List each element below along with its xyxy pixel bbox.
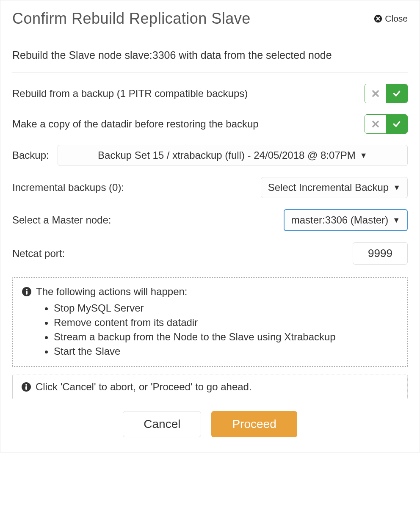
actions-header: The following actions will happen: — [22, 286, 398, 298]
button-row: Cancel Proceed — [12, 411, 408, 453]
modal-title: Confirm Rebuild Replication Slave — [12, 10, 251, 28]
close-label: Close — [385, 14, 408, 24]
chevron-down-icon: ▼ — [393, 183, 401, 192]
toggle-on-button[interactable] — [386, 84, 407, 103]
master-row: Select a Master node: master:3306 (Maste… — [12, 209, 408, 231]
cancel-button[interactable]: Cancel — [123, 411, 201, 437]
incremental-row: Incremental backups (0): Select Incremen… — [12, 177, 408, 198]
action-item: Remove content from its datadir — [54, 315, 398, 330]
backup-select[interactable]: Backup Set 15 / xtrabackup (full) - 24/0… — [58, 145, 408, 166]
actions-info-box: The following actions will happen: Stop … — [12, 277, 408, 367]
rebuild-from-backup-toggle[interactable] — [365, 84, 408, 103]
svg-rect-3 — [26, 291, 28, 295]
toggle-off-button[interactable] — [365, 115, 386, 133]
incremental-select[interactable]: Select Incremental Backup ▼ — [261, 177, 408, 198]
intro-text: Rebuild the Slave node slave:3306 with d… — [12, 49, 408, 73]
rebuild-from-backup-row: Rebuild from a backup (1 PITR compatible… — [12, 84, 408, 103]
check-icon — [392, 120, 401, 128]
svg-point-2 — [26, 289, 28, 290]
make-copy-toggle[interactable] — [365, 114, 408, 134]
make-copy-label: Make a copy of the datadir before restor… — [12, 118, 259, 130]
modal-body: Rebuild the Slave node slave:3306 with d… — [0, 37, 420, 453]
x-icon — [372, 90, 379, 97]
incremental-label: Incremental backups (0): — [12, 182, 124, 193]
rebuild-from-backup-label: Rebuild from a backup (1 PITR compatible… — [12, 88, 248, 99]
toggle-off-button[interactable] — [365, 84, 386, 103]
close-button[interactable]: Close — [374, 14, 408, 24]
chevron-down-icon: ▼ — [360, 151, 368, 160]
hint-text: Click 'Cancel' to abort, or 'Proceed' to… — [36, 381, 252, 393]
incremental-selected-value: Select Incremental Backup — [268, 182, 389, 193]
toggle-on-button[interactable] — [386, 115, 407, 133]
action-item: Stop MySQL Server — [54, 301, 398, 315]
close-icon — [374, 14, 382, 23]
modal-header: Confirm Rebuild Replication Slave Close — [0, 0, 420, 37]
info-icon — [21, 382, 31, 392]
rebuild-slave-modal: Confirm Rebuild Replication Slave Close … — [0, 0, 420, 453]
backup-label: Backup: — [12, 149, 49, 161]
hint-box: Click 'Cancel' to abort, or 'Proceed' to… — [12, 375, 408, 399]
netcat-row: Netcat port: — [12, 242, 408, 265]
actions-list: Stop MySQL Server Remove content from it… — [22, 301, 398, 359]
action-item: Stream a backup from the Node to the Sla… — [54, 330, 398, 344]
netcat-port-input[interactable] — [353, 242, 408, 265]
action-item: Start the Slave — [54, 344, 398, 359]
x-icon — [372, 120, 379, 128]
svg-rect-6 — [25, 386, 27, 390]
backup-row: Backup: Backup Set 15 / xtrabackup (full… — [12, 145, 408, 166]
master-selected-value: master:3306 (Master) — [291, 214, 388, 226]
make-copy-row: Make a copy of the datadir before restor… — [12, 114, 408, 134]
svg-point-5 — [25, 384, 27, 386]
master-label: Select a Master node: — [12, 214, 111, 226]
check-icon — [392, 89, 401, 98]
actions-header-text: The following actions will happen: — [36, 286, 188, 298]
proceed-button[interactable]: Proceed — [211, 411, 297, 437]
info-icon — [22, 287, 32, 297]
netcat-label: Netcat port: — [12, 248, 65, 260]
master-select[interactable]: master:3306 (Master) ▼ — [284, 209, 408, 231]
backup-selected-value: Backup Set 15 / xtrabackup (full) - 24/0… — [98, 149, 356, 161]
chevron-down-icon: ▼ — [392, 216, 400, 225]
